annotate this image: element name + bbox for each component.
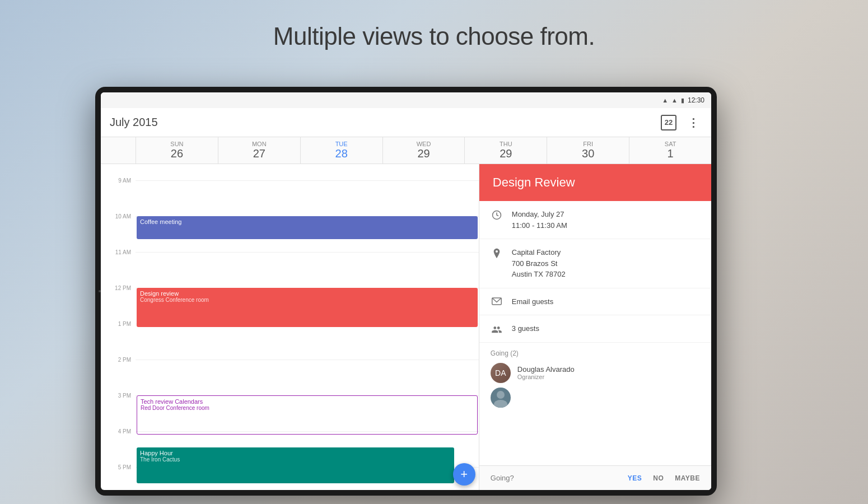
- day-num-wed: 29: [417, 147, 430, 160]
- grid-columns: Coffee meeting Design review Congress Co…: [136, 164, 479, 490]
- day-name-fri: Fri: [583, 141, 593, 147]
- calendar-left-panel: 9 AM 10 AM 11 AM 12 PM 1 PM 2 PM 3 PM 4 …: [101, 164, 479, 490]
- day-num-thu: 29: [500, 147, 512, 160]
- event-detail-body: Monday, July 27 11:00 - 11:30 AM: [479, 201, 711, 465]
- rsvp-no-button[interactable]: NO: [653, 472, 664, 484]
- calendar-date-button[interactable]: 22: [660, 114, 678, 132]
- day-num-mon: 27: [253, 147, 265, 160]
- day-num-sat: 1: [668, 147, 674, 160]
- event-detail-panel: Design Review Mon: [479, 164, 711, 490]
- guest-name-douglas: Douglas Alvarado: [517, 365, 575, 374]
- day-col-sat[interactable]: Sat 1: [629, 137, 711, 164]
- time-5pm: 5 PM: [118, 464, 131, 470]
- time-10am: 10 AM: [115, 213, 131, 220]
- day-name-sat: Sat: [665, 141, 676, 147]
- fab-plus-icon: +: [460, 467, 468, 482]
- detail-date-line1: Monday, July 27: [512, 209, 567, 220]
- page-heading: Multiple views to choose from.: [0, 22, 868, 50]
- event-coffee-meeting[interactable]: Coffee meeting: [137, 216, 478, 239]
- guest-row-second: [491, 388, 700, 408]
- event-design-review-title: Design review: [140, 290, 474, 297]
- rsvp-yes-button[interactable]: YES: [628, 472, 642, 484]
- event-happy-hour-title: Happy Hour: [140, 450, 451, 456]
- guest-info-douglas: Douglas Alvarado Ogranizer: [517, 365, 575, 380]
- day-col-mon[interactable]: Mon 27: [218, 137, 300, 164]
- day-name-tue: Tue: [335, 141, 348, 147]
- day-num-tue: 28: [335, 147, 348, 160]
- grid-line-9am: [136, 180, 479, 181]
- event-detail-title: Design Review: [493, 175, 698, 190]
- detail-email-label: Email guests: [512, 296, 553, 307]
- guest-row-douglas: DA Douglas Alvarado Ogranizer: [491, 363, 700, 383]
- day-name-sun: Sun: [170, 141, 183, 147]
- event-detail-header: Design Review: [479, 164, 711, 201]
- rsvp-maybe-button[interactable]: MAYBE: [675, 472, 700, 484]
- guest-avatar-second: [491, 388, 511, 408]
- grid-line-11am: [136, 252, 479, 253]
- clock-icon: [491, 210, 503, 220]
- guest-role-douglas: Ogranizer: [517, 374, 575, 380]
- tablet-screen: ▲ ▲ ▮ 12:30 July 2015 22 ⋮ Sun 26: [101, 92, 711, 490]
- day-col-sun[interactable]: Sun 26: [136, 137, 218, 164]
- time-3pm: 3 PM: [118, 393, 131, 399]
- more-icon: ⋮: [688, 116, 699, 129]
- detail-row-datetime: Monday, July 27 11:00 - 11:30 AM: [479, 201, 711, 239]
- more-options-button[interactable]: ⋮: [684, 114, 702, 132]
- guest-avatar-douglas: DA: [491, 363, 511, 383]
- rsvp-buttons: YES NO MAYBE: [628, 472, 700, 484]
- day-col-tue[interactable]: Tue 28: [300, 137, 382, 164]
- event-happy-hour[interactable]: Happy Hour The Iron Cactus: [137, 447, 454, 483]
- guests-icon: [491, 324, 503, 333]
- svg-point-3: [494, 400, 507, 408]
- tablet-frame: ▲ ▲ ▮ 12:30 July 2015 22 ⋮ Sun 26: [95, 87, 717, 496]
- day-col-thu[interactable]: Thu 29: [464, 137, 547, 164]
- detail-date-line2: 11:00 - 11:30 AM: [512, 220, 567, 231]
- detail-location-addr1: 700 Brazos St: [512, 258, 566, 269]
- time-grid: 9 AM 10 AM 11 AM 12 PM 1 PM 2 PM 3 PM 4 …: [101, 164, 479, 490]
- day-num-fri: 30: [582, 147, 594, 160]
- detail-location-addr2: Austin TX 78702: [512, 269, 566, 280]
- time-4pm: 4 PM: [118, 428, 131, 435]
- event-design-review[interactable]: Design review Congress Conference room: [137, 288, 478, 327]
- time-9am: 9 AM: [118, 178, 131, 184]
- day-name-wed: Wed: [417, 141, 431, 147]
- detail-row-location: Capital Factory 700 Brazos St Austin TX …: [479, 239, 711, 288]
- event-happy-hour-subtitle: The Iron Cactus: [140, 456, 451, 463]
- grid-line-2pm: [136, 360, 479, 360]
- detail-row-guests: 3 guests: [479, 315, 711, 343]
- detail-guests-label: 3 guests: [512, 323, 539, 334]
- status-bar: ▲ ▲ ▮ 12:30: [101, 92, 711, 108]
- going-label: Going (2): [491, 349, 700, 357]
- calendar-icon: 22: [661, 115, 676, 130]
- time-11am: 11 AM: [115, 249, 131, 255]
- rsvp-label: Going?: [491, 474, 628, 482]
- calendar-header: July 2015 22 ⋮: [101, 108, 711, 137]
- calendar-title: July 2015: [110, 116, 660, 129]
- battery-icon: ▮: [681, 97, 684, 104]
- detail-datetime-text: Monday, July 27 11:00 - 11:30 AM: [512, 209, 567, 231]
- calendar-header-icons: 22 ⋮: [660, 114, 702, 132]
- time-12pm: 12 PM: [115, 285, 131, 291]
- day-col-fri[interactable]: Fri 30: [547, 137, 629, 164]
- event-tech-review-title: Tech review Calendars: [141, 398, 474, 405]
- going-section: Going (2) DA Douglas Alvarado Ogranizer: [479, 343, 711, 419]
- rsvp-bar: Going? YES NO MAYBE: [479, 465, 711, 490]
- day-headers: Sun 26 Mon 27 Tue 28 Wed 29 Thu 29 Fri 3…: [101, 137, 711, 164]
- day-col-wed[interactable]: Wed 29: [382, 137, 465, 164]
- svg-point-2: [497, 391, 505, 399]
- detail-location-name: Capital Factory: [512, 247, 566, 258]
- event-tech-review[interactable]: Tech review Calendars Red Door Conferenc…: [137, 395, 478, 435]
- status-time: 12:30: [688, 96, 704, 104]
- time-2pm: 2 PM: [118, 357, 131, 363]
- fab-add-button[interactable]: +: [453, 463, 475, 486]
- detail-row-email[interactable]: Email guests: [479, 288, 711, 316]
- wifi-icon: ▲: [662, 97, 668, 104]
- event-design-review-subtitle: Congress Conference room: [140, 297, 474, 303]
- time-col-header: [101, 137, 136, 164]
- time-1pm: 1 PM: [118, 321, 131, 327]
- location-icon: [491, 248, 503, 259]
- calendar-body: 9 AM 10 AM 11 AM 12 PM 1 PM 2 PM 3 PM 4 …: [101, 164, 711, 490]
- day-name-mon: Mon: [252, 141, 267, 147]
- event-coffee-meeting-title: Coffee meeting: [140, 218, 474, 225]
- detail-location-text: Capital Factory 700 Brazos St Austin TX …: [512, 247, 566, 280]
